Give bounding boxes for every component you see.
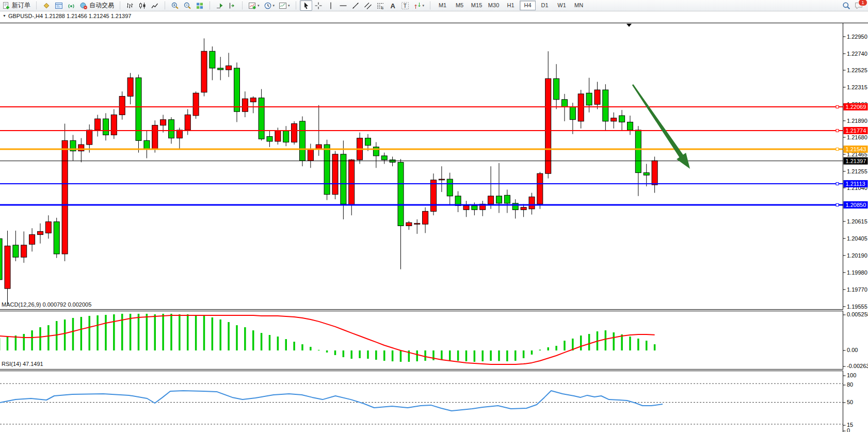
search-button[interactable] — [840, 0, 853, 11]
price-axis-label: 1.22525 — [847, 67, 867, 73]
timeframe-m5-button[interactable]: M5 — [452, 1, 468, 10]
rsi-axis-label: 80 — [847, 381, 853, 388]
market-watch-icon — [42, 2, 51, 10]
zoom-in-button[interactable] — [169, 0, 181, 11]
zoom-in-icon — [171, 2, 179, 10]
text-label-icon: T — [401, 2, 409, 10]
auto-trading-button[interactable]: 自动交易 — [77, 0, 116, 11]
zoom-out-button[interactable] — [181, 0, 194, 11]
price-axis-label: 1.20190 — [847, 252, 867, 259]
bar-chart-button[interactable] — [124, 0, 136, 11]
horizontal-line-button[interactable] — [337, 0, 349, 11]
indicators-button-dropdown-icon[interactable]: ▾ — [258, 4, 260, 8]
tile-windows-button[interactable] — [194, 0, 206, 11]
arrows-button-dropdown-icon[interactable]: ▾ — [423, 4, 425, 8]
price-axis-label: 1.19980 — [847, 269, 867, 276]
line-chart-button[interactable] — [149, 0, 161, 11]
indicators-button[interactable]: ▾ — [246, 0, 262, 11]
timeframe-m1-button[interactable]: M1 — [435, 1, 451, 10]
auto-scroll-button[interactable] — [214, 0, 226, 11]
line-handle[interactable] — [836, 106, 839, 108]
price-axis-label: 1.20615 — [847, 218, 867, 225]
line-price-tag: 1.21543 — [846, 146, 866, 152]
new-order-button[interactable]: 新订单 — [0, 0, 33, 11]
candlestick-chart-button[interactable] — [136, 0, 149, 11]
timeframe-w1-button[interactable]: W1 — [554, 1, 570, 10]
chart-shift-button[interactable] — [226, 0, 238, 11]
text-button[interactable]: A — [387, 0, 399, 11]
price-axis-label: 1.22950 — [847, 34, 867, 40]
periods-button-dropdown-icon[interactable]: ▾ — [273, 4, 275, 8]
timeframe-mn-button[interactable]: MN — [571, 1, 587, 10]
zoom-out-icon — [183, 2, 191, 10]
timeframe-m30-button[interactable]: M30 — [486, 1, 502, 10]
toolbar-group: ▾▾▾ — [246, 0, 292, 11]
price-axis-label: 1.20405 — [847, 235, 867, 242]
svg-text:A: A — [390, 2, 395, 10]
toolbar-separator — [120, 2, 122, 9]
signals-button[interactable] — [65, 0, 77, 11]
toolbar-group: EAT▾ — [300, 0, 427, 11]
templates-button[interactable]: ▾ — [277, 0, 292, 11]
new-order-icon — [2, 2, 10, 10]
auto-scroll-icon — [216, 2, 224, 10]
toolbar-separator — [242, 2, 244, 9]
line-price-tag: 1.20850 — [846, 202, 866, 208]
line-handle[interactable] — [836, 183, 839, 185]
data-window-icon — [55, 2, 63, 10]
periods-button[interactable]: ▾ — [262, 0, 277, 11]
timeframe-group: M1M5M15M30H1H4D1W1MN — [434, 0, 587, 11]
toolbar-group: 自动交易 — [40, 0, 116, 11]
crosshair-icon — [314, 2, 323, 10]
toolbar-separator — [210, 2, 212, 9]
timeframe-h1-button[interactable]: H1 — [503, 1, 519, 10]
text-label-button[interactable]: T — [399, 0, 411, 11]
new-order-button-label: 新订单 — [12, 1, 30, 10]
crosshair-button[interactable] — [312, 0, 325, 11]
cursor-button[interactable] — [300, 0, 312, 11]
timeframe-m15-button[interactable]: M15 — [469, 1, 485, 10]
macd-axis-label: -0.002636 — [847, 363, 868, 369]
templates-button-dropdown-icon[interactable]: ▾ — [288, 4, 290, 8]
candlestick-chart-icon — [138, 2, 147, 10]
equidistant-channel-button[interactable] — [362, 0, 374, 11]
rsi-axis-label: 0 — [847, 427, 850, 432]
auto-trading-icon — [79, 2, 88, 10]
auto-trading-button-label: 自动交易 — [89, 1, 114, 10]
line-price-tag: 1.21774 — [846, 127, 866, 134]
timeframe-d1-button[interactable]: D1 — [537, 1, 553, 10]
notifications-button[interactable]: 1 — [853, 0, 865, 11]
periods-icon — [264, 2, 272, 10]
trendline-button[interactable] — [349, 0, 362, 11]
equidistant-channel-icon — [364, 2, 372, 10]
toolbar-separator — [296, 2, 298, 9]
market-watch-button[interactable] — [40, 0, 53, 11]
line-handle[interactable] — [836, 148, 839, 151]
rsi-axis-label: 100 — [847, 372, 856, 378]
price-axis-label: 1.21680 — [847, 134, 867, 140]
text-icon: A — [389, 2, 397, 10]
fibonacci-button[interactable]: E — [374, 0, 387, 11]
price-axis-label: 1.22315 — [847, 84, 867, 90]
notification-badge[interactable]: 1 — [858, 0, 867, 6]
arrows-button[interactable]: ▾ — [411, 0, 427, 11]
price-axis: 1.229501.227401.225251.223151.221001.218… — [843, 34, 867, 310]
timeframe-h4-button[interactable]: H4 — [520, 1, 536, 10]
toolbar-left: 新订单自动交易▾▾▾EAT▾M1M5M15M30H1H4D1W1MN — [0, 0, 840, 11]
line-price-tag: 1.22069 — [846, 104, 866, 110]
chart-canvas[interactable]: 1.229501.227401.225251.223151.221001.218… — [0, 11, 868, 432]
line-price-tag: 1.21113 — [846, 181, 865, 187]
toolbar-separator — [36, 2, 38, 9]
data-window-button[interactable] — [53, 0, 65, 11]
bar-chart-icon — [126, 2, 134, 10]
line-handle[interactable] — [836, 204, 839, 206]
svg-text:T: T — [403, 3, 407, 9]
line-handle[interactable] — [836, 130, 839, 132]
toolbar-group — [214, 0, 238, 11]
price-axis-label: 1.19770 — [847, 286, 867, 293]
cursor-icon — [302, 2, 310, 10]
templates-icon — [279, 2, 287, 10]
vertical-line-button[interactable] — [325, 0, 337, 11]
macd-axis-label: 0.00 — [847, 347, 858, 353]
price-axis-label: 1.21890 — [847, 118, 867, 124]
